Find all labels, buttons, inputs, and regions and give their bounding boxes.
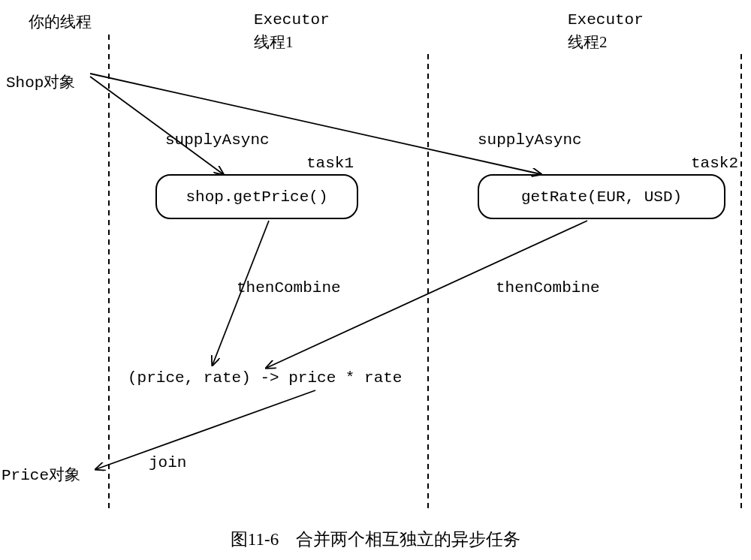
task2-label: task2 <box>691 155 738 172</box>
price-object-prefix: Price <box>2 467 49 484</box>
supply-async-1-label: supplyAsync <box>165 131 270 149</box>
shop-object-label: Shop对象 <box>6 71 75 92</box>
shop-object-suffix: 对象 <box>44 73 75 91</box>
arrow-supply-async-1 <box>90 77 223 174</box>
diagram-svg <box>0 0 751 560</box>
then-combine-2-label: thenCombine <box>496 279 600 297</box>
header-executor1-line1: Executor <box>254 11 330 29</box>
lambda-expression: (price, rate) -> price * rate <box>128 369 402 387</box>
join-label: join <box>149 454 186 471</box>
task2-box-text: getRate(EUR, USD) <box>521 188 682 206</box>
task1-box-text: shop.getPrice() <box>185 188 327 206</box>
figure-caption: 图11-6 合并两个相互独立的异步任务 <box>0 528 751 551</box>
price-object-suffix: 对象 <box>49 465 80 483</box>
task1-box: shop.getPrice() <box>155 174 358 219</box>
task2-box: getRate(EUR, USD) <box>478 174 725 219</box>
header-executor2-line1: Executor <box>568 11 644 29</box>
price-object-label: Price对象 <box>2 464 80 485</box>
shop-object-prefix: Shop <box>6 74 44 92</box>
header-your-thread: 你的线程 <box>29 11 92 32</box>
task1-label: task1 <box>306 155 354 172</box>
header-executor1-line2: 线程1 <box>254 32 294 53</box>
arrow-join <box>96 390 315 469</box>
header-executor2-line2: 线程2 <box>568 32 608 53</box>
then-combine-1-label: thenCombine <box>237 279 341 297</box>
supply-async-2-label: supplyAsync <box>478 131 582 149</box>
